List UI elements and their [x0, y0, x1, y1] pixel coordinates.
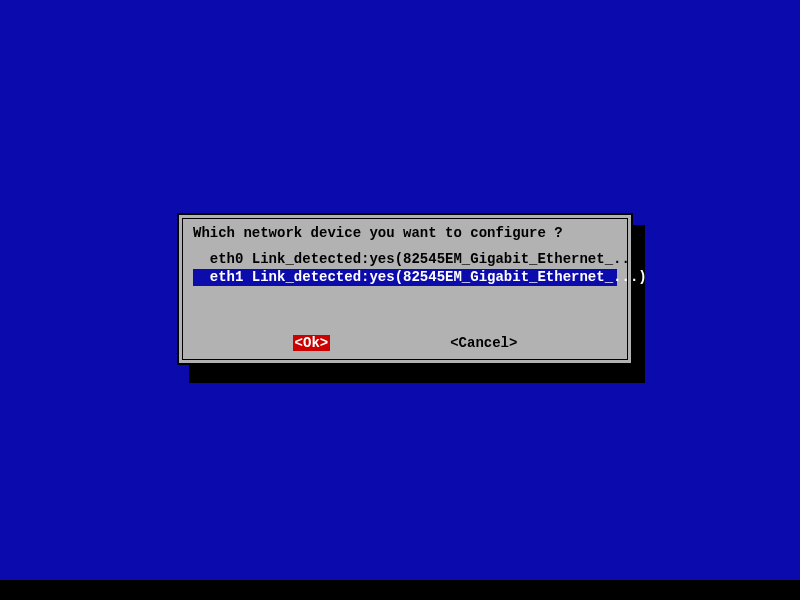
network-config-dialog: Which network device you want to configu…: [177, 213, 633, 365]
device-option-eth1[interactable]: eth1 Link_detected:yes(82545EM_Gigabit_E…: [193, 269, 617, 287]
dialog-prompt: Which network device you want to configu…: [193, 225, 617, 247]
terminal-screen: Which network device you want to configu…: [0, 0, 800, 600]
dialog-buttons: <Ok> <Cancel>: [183, 335, 627, 351]
dialog-inner: Which network device you want to configu…: [182, 218, 628, 360]
bottom-bar: [0, 580, 800, 600]
ok-button[interactable]: <Ok>: [293, 335, 331, 351]
cancel-button[interactable]: <Cancel>: [450, 335, 517, 351]
device-option-eth0[interactable]: eth0 Link_detected:yes(82545EM_Gigabit_E…: [193, 251, 617, 269]
device-options-list: eth0 Link_detected:yes(82545EM_Gigabit_E…: [193, 251, 617, 286]
